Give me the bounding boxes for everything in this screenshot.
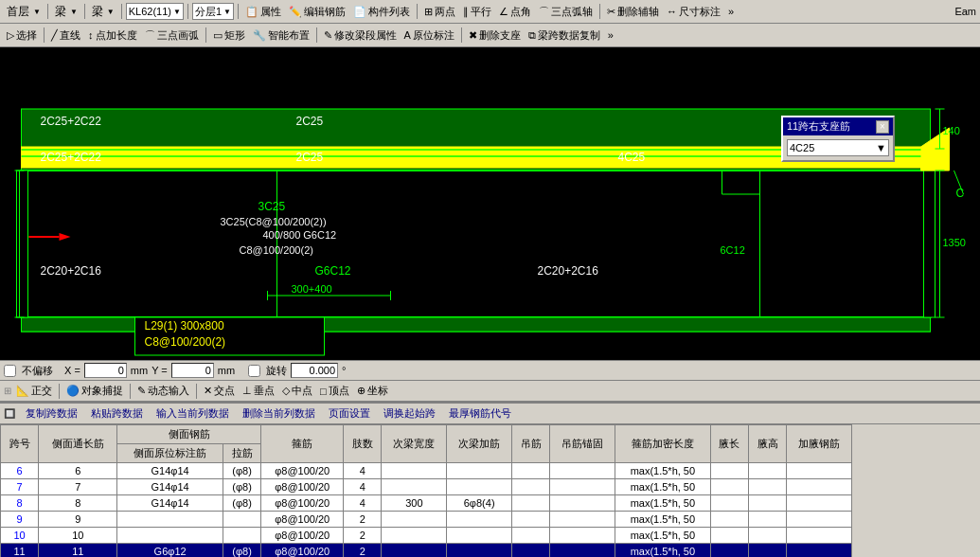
- no-move-checkbox[interactable]: [4, 365, 16, 377]
- cad-canvas: 2C25+2C22 2C25 2C25+2C22 2C25 4C25 3C25 …: [0, 47, 980, 360]
- table-row[interactable]: 1010φ8@100/202max(1.5*h, 50: [1, 528, 852, 544]
- table-cell: 7: [1, 479, 39, 495]
- y-input[interactable]: [171, 363, 214, 378]
- data-table: 跨号 侧面通长筋 侧面钢筋 箍筋 肢数 次梁宽度 次梁加筋 吊筋 吊筋锚固 箍筋…: [0, 424, 852, 557]
- sep4: [187, 4, 188, 19]
- layer-arrow: ▼: [223, 8, 231, 16]
- smart-layout-button[interactable]: 🔧 智能布置: [250, 27, 312, 44]
- ortho-button[interactable]: 📐 正交: [13, 383, 55, 399]
- more-button1[interactable]: »: [725, 5, 737, 18]
- rectangle-button[interactable]: ▭ 矩形: [210, 27, 248, 44]
- kl-selector[interactable]: KL62(11) ▼: [126, 3, 184, 20]
- drawing-area[interactable]: 2C25+2C22 2C25 2C25+2C22 2C25 4C25 3C25 …: [0, 47, 980, 360]
- table-cell: [447, 544, 512, 558]
- rotate-input[interactable]: [291, 363, 338, 378]
- component-type-label: 梁: [55, 4, 66, 20]
- sep10: [316, 27, 317, 43]
- intersection-button[interactable]: ✕ 交点: [201, 383, 238, 399]
- input-col-btn[interactable]: 输入当前列数据: [153, 405, 232, 422]
- select-button[interactable]: ▷ 选择: [4, 27, 40, 44]
- table-cell: 7: [39, 479, 117, 495]
- popup-value-dropdown[interactable]: 4C25 ▼: [787, 139, 889, 156]
- copy-span-data-button[interactable]: ⧉ 梁跨数据复制: [526, 27, 603, 44]
- svg-text:400/800 G6C12: 400/800 G6C12: [263, 229, 337, 241]
- table-cell: [512, 512, 550, 528]
- table-cell: 9: [39, 512, 117, 528]
- object-snap-button[interactable]: 🔵 对象捕捉: [63, 383, 126, 399]
- component-type-dropdown[interactable]: 梁 ▼: [52, 4, 80, 20]
- parallel-button[interactable]: ∥ 平行: [460, 4, 494, 20]
- x-unit: mm: [131, 365, 148, 376]
- snap-toolbar: ⊞ 📐 正交 🔵 对象捕捉 ✎ 动态输入 ✕ 交点 ⊥ 垂点 ◇ 中点 □ 顶点…: [0, 381, 980, 402]
- point-angle-button[interactable]: ∠ 点角: [496, 4, 534, 20]
- more-button2[interactable]: »: [605, 28, 616, 42]
- x-input[interactable]: [84, 363, 127, 378]
- floor-dropdown[interactable]: 首层 ▼: [4, 4, 44, 20]
- table-cell: (φ8): [223, 495, 260, 512]
- popup-value: 4C25: [790, 142, 814, 153]
- table-row[interactable]: 1111G6φ12(φ8)φ8@100/202max(1.5*h, 50: [1, 544, 852, 558]
- layer-selector[interactable]: 分层1 ▼: [192, 3, 234, 20]
- table-cell: [512, 495, 550, 512]
- sep2: [84, 4, 85, 19]
- three-point-arc-button[interactable]: ⌒ 三点弧轴: [536, 4, 596, 20]
- midpoint-button[interactable]: ◇ 中点: [279, 383, 315, 399]
- table-cell: 6: [1, 463, 39, 479]
- y-unit: mm: [218, 365, 235, 376]
- top-toolbar: 首层 ▼ 梁 ▼ 梁 ▼ KL62(11) ▼ 分层1 ▼ 📋 属性 ✏️ 编辑…: [0, 0, 980, 24]
- table-toolbar: 🔲 复制跨数据 粘贴跨数据 输入当前列数据 删除当前列数据 页面设置 调换起始跨…: [0, 404, 980, 424]
- table-row[interactable]: 99φ8@100/202max(1.5*h, 50: [1, 512, 852, 528]
- popup-content: 4C25 ▼: [783, 135, 893, 160]
- table-cell: φ8@100/20: [261, 479, 344, 495]
- sep14: [196, 384, 197, 399]
- coord-button[interactable]: ⊕ 坐标: [354, 383, 391, 399]
- component-list-button[interactable]: 📄 构件列表: [350, 4, 413, 20]
- edit-rebar-button[interactable]: ✏️ 编辑钢筋: [286, 4, 348, 20]
- table-cell: 10: [1, 528, 39, 544]
- delete-support-button[interactable]: ✖ 删除支座: [466, 27, 524, 44]
- svg-text:4C25: 4C25: [618, 151, 646, 164]
- svg-text:C8@100/200(2): C8@100/200(2): [240, 244, 313, 256]
- popup-title: 11跨右支座筋: [787, 119, 850, 134]
- table-cell: [787, 463, 852, 479]
- page-setup-btn[interactable]: 页面设置: [326, 405, 373, 422]
- popup-close-button[interactable]: ×: [876, 120, 889, 134]
- copy-span-btn[interactable]: 复制跨数据: [23, 405, 80, 422]
- sep7: [599, 4, 600, 19]
- component-name-dropdown[interactable]: 梁 ▼: [89, 4, 117, 20]
- table-row[interactable]: 77G14φ14(φ8)φ8@100/204max(1.5*h, 50: [1, 479, 852, 495]
- table-cell: G14φ14: [117, 463, 223, 479]
- three-point-arc2-button[interactable]: ⌒ 三点画弧: [142, 27, 202, 44]
- site-annotation-button[interactable]: A 原位标注: [401, 27, 457, 44]
- swap-start-btn[interactable]: 调换起始跨: [381, 405, 438, 422]
- properties-button[interactable]: 📋 属性: [242, 4, 284, 20]
- paste-span-btn[interactable]: 粘贴跨数据: [88, 405, 146, 422]
- delete-aux-button[interactable]: ✂ 删除辅轴: [604, 4, 662, 20]
- two-points-button[interactable]: ⊞ 两点: [421, 4, 458, 20]
- dimension-button[interactable]: ↔ 尺寸标注: [664, 4, 723, 20]
- table-cell: [748, 463, 786, 479]
- table-row[interactable]: 66G14φ14(φ8)φ8@100/204max(1.5*h, 50: [1, 463, 852, 479]
- svg-text:2C25+2C22: 2C25+2C22: [41, 151, 102, 164]
- rotate-checkbox[interactable]: [248, 365, 260, 377]
- sep9: [205, 27, 206, 43]
- delete-col-btn[interactable]: 删除当前列数据: [240, 405, 318, 422]
- point-length-button[interactable]: ↕ 点加长度: [85, 27, 140, 44]
- vertex-button[interactable]: □ 顶点: [317, 383, 352, 399]
- table-container[interactable]: 跨号 侧面通长筋 侧面钢筋 箍筋 肢数 次梁宽度 次梁加筋 吊筋 吊筋锚固 箍筋…: [0, 424, 980, 557]
- th-side-orig: 侧面原位标注筋: [117, 444, 223, 463]
- perpendicular-button[interactable]: ⊥ 垂点: [240, 383, 277, 399]
- thickest-rebar-btn[interactable]: 最厚钢筋代号: [446, 405, 514, 422]
- y-label: Y =: [151, 365, 168, 376]
- table-cell: [382, 544, 447, 558]
- table-cell: G14φ14: [117, 479, 223, 495]
- line-button[interactable]: ╱ 直线: [48, 27, 83, 44]
- sep11: [461, 27, 462, 43]
- table-row[interactable]: 88G14φ14(φ8)φ8@100/2043006φ8(4)max(1.5*h…: [1, 495, 852, 512]
- th-tie: 拉筋: [223, 444, 260, 463]
- dynamic-input-button[interactable]: ✎ 动态输入: [134, 383, 192, 399]
- modify-span-button[interactable]: ✎ 修改梁段属性: [321, 27, 400, 44]
- floor-arrow: ▼: [33, 8, 41, 16]
- svg-text:2C25: 2C25: [296, 115, 324, 128]
- table-cell: [787, 495, 852, 512]
